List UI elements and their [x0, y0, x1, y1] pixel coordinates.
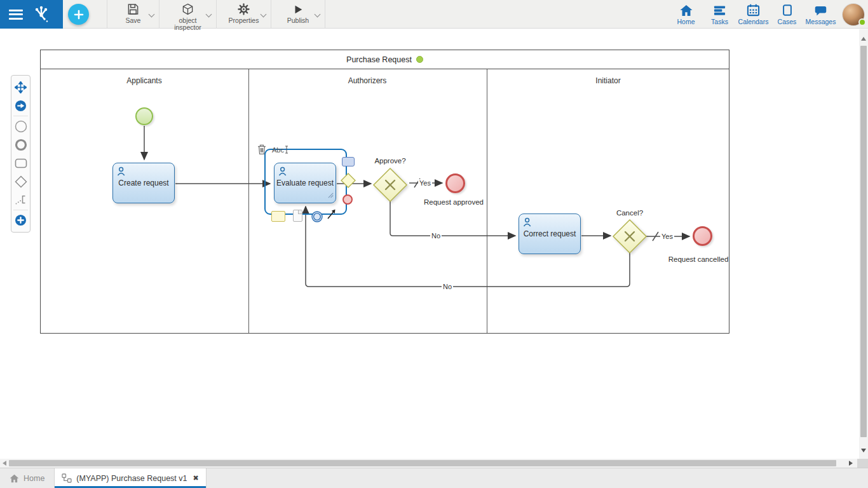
flow-label-cancel-yes: Yes [660, 233, 674, 240]
horizontal-scrollbar[interactable] [0, 459, 857, 468]
end-approved-label: Request approved [424, 198, 484, 206]
scroll-down-icon[interactable] [861, 449, 866, 452]
scroll-right-icon[interactable] [849, 461, 853, 466]
nav-home-label: Home [677, 18, 695, 25]
menu-icon[interactable] [9, 10, 23, 20]
properties-label: Properties [226, 17, 262, 24]
scroll-left-icon[interactable] [3, 461, 6, 466]
text-cursor-icon [285, 146, 288, 154]
end-event-tool[interactable] [11, 135, 30, 154]
tab-active-process[interactable]: (MYAPP) Purchase Request v1 ✖ [54, 468, 206, 488]
gateway-approve[interactable] [371, 166, 409, 204]
cube-icon [182, 3, 194, 15]
scrollbar-corner [857, 459, 868, 468]
nav-calendars-label: Calendars [738, 18, 769, 25]
nav-cases-label: Cases [778, 18, 797, 25]
nav-calendars[interactable]: Calendars [736, 0, 770, 29]
gateway-approve-label: Approve? [374, 157, 405, 165]
append-gateway-icon[interactable] [340, 172, 356, 189]
design-canvas[interactable]: Purchase Request Applicants Authorizers … [0, 29, 859, 459]
append-end-event-icon[interactable] [342, 194, 353, 205]
intermediate-event-icon[interactable] [311, 211, 323, 222]
cases-icon [781, 4, 794, 17]
toolbar-groups: Save object inspector Proper [107, 0, 325, 29]
flow-label-approve-yes: Yes [418, 179, 432, 187]
horizontal-scrollbar-thumb[interactable] [9, 460, 836, 466]
connect-tool[interactable] [11, 97, 30, 115]
rename-hint-text: Abc [272, 146, 284, 154]
plus-icon [74, 10, 84, 20]
nav-messages-label: Messages [806, 18, 836, 25]
user-task-icon [523, 217, 534, 229]
nav-cases[interactable]: Cases [770, 0, 804, 29]
task-create-request[interactable]: Create request [112, 163, 175, 203]
selection-frame [264, 149, 347, 215]
bpmn-pool[interactable]: Purchase Request Applicants Authorizers … [40, 50, 729, 334]
task-label: Create request [113, 179, 174, 187]
publish-label: Publish [280, 17, 316, 24]
nav-tasks-label: Tasks [711, 18, 728, 25]
save-dropdown-chevron[interactable] [149, 11, 154, 17]
brand-block [0, 0, 63, 29]
start-event-tool[interactable] [11, 117, 30, 135]
top-right-nav: Home Tasks Calendars Cases [669, 0, 864, 29]
user-task-icon [117, 166, 128, 179]
end-event-cancelled[interactable] [693, 226, 712, 246]
flow-label-approve-no: No [430, 232, 442, 240]
vertical-scrollbar-thumb[interactable] [860, 46, 867, 437]
calendar-icon [747, 4, 760, 17]
tab-home-label: Home [24, 474, 44, 483]
gear-icon [238, 3, 250, 15]
object-inspector-dropdown-chevron[interactable] [207, 11, 212, 17]
nav-tasks[interactable]: Tasks [703, 0, 736, 29]
task-correct-request[interactable]: Correct request [519, 214, 581, 254]
shape-palette [11, 75, 31, 233]
annotation-icon[interactable] [271, 211, 285, 222]
annotation-tool[interactable] [11, 191, 30, 209]
object-inspector-label: object inspector [170, 17, 207, 30]
change-type-icon[interactable] [293, 210, 302, 222]
close-tab-icon[interactable]: ✖ [193, 474, 199, 482]
app-logo-icon [32, 5, 51, 24]
add-button[interactable] [68, 4, 89, 25]
flow-label-cancel-no: No [442, 283, 453, 290]
more-tool[interactable] [11, 211, 30, 229]
nav-messages[interactable]: Messages [804, 0, 837, 29]
gateway-cancel-label: Cancel? [616, 209, 643, 217]
vertical-scrollbar[interactable] [859, 29, 868, 459]
messages-icon [814, 4, 827, 17]
save-label: Save [115, 17, 152, 24]
task-tool[interactable] [11, 154, 30, 172]
rename-icon[interactable]: Abc [272, 146, 288, 154]
user-avatar[interactable] [843, 4, 864, 25]
home-tab-icon [10, 474, 19, 483]
tasks-icon [713, 4, 726, 17]
process-tab-icon [62, 473, 72, 483]
end-cancelled-label: Request cancelled [668, 255, 729, 263]
gateway-tool[interactable] [11, 172, 30, 191]
home-icon [679, 4, 693, 17]
start-event[interactable] [135, 107, 153, 125]
tab-home[interactable]: Home [0, 468, 54, 488]
end-event-approved[interactable] [445, 173, 465, 193]
play-icon [292, 3, 304, 15]
palette-separator [13, 116, 28, 116]
task-label: Correct request [519, 229, 580, 238]
move-tool[interactable] [11, 78, 30, 97]
app-window: Save object inspector Proper [0, 0, 868, 488]
publish-dropdown-chevron[interactable] [315, 11, 320, 17]
append-task-icon[interactable] [342, 157, 355, 166]
gateway-cancel[interactable] [611, 217, 649, 255]
bottom-tab-bar: Home (MYAPP) Purchase Request v1 ✖ [0, 468, 868, 488]
properties-dropdown-chevron[interactable] [261, 11, 266, 17]
scroll-up-icon[interactable] [861, 37, 866, 41]
nav-home[interactable]: Home [669, 0, 703, 29]
palette-separator [13, 210, 28, 210]
connect-arrow-icon[interactable] [326, 208, 337, 220]
save-icon [127, 3, 139, 15]
delete-icon[interactable] [257, 144, 266, 154]
top-toolbar: Save object inspector Proper [0, 0, 868, 29]
online-status-dot [858, 18, 866, 26]
tab-active-label: (MYAPP) Purchase Request v1 [76, 474, 187, 483]
